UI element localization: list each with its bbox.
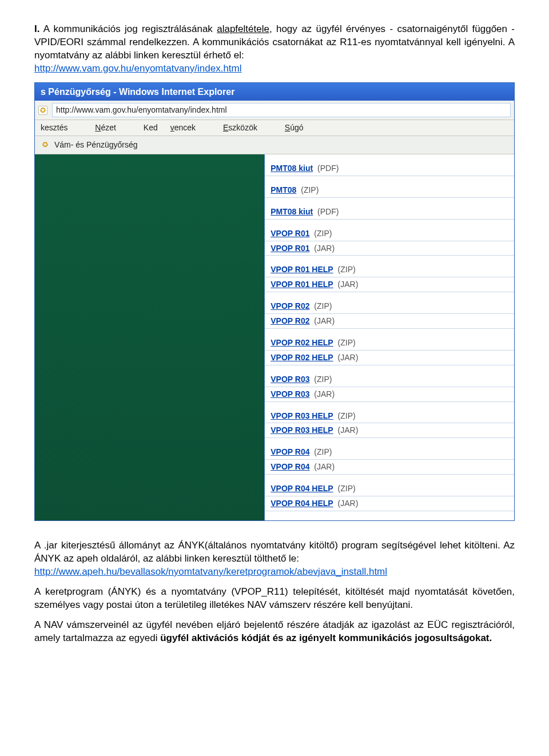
file-link[interactable]: VPOP R02 HELP: [270, 338, 333, 347]
list-gap: [265, 438, 514, 445]
file-list-item[interactable]: VPOP R03 (JAR): [265, 387, 514, 402]
menu-edit[interactable]: kesztés: [41, 123, 80, 132]
file-link[interactable]: VPOP R02: [270, 316, 309, 325]
address-bar-row: ✪ http://www.vam.gov.hu/enyomtatvany/ind…: [35, 101, 514, 120]
tab-favicon-icon: ✪: [41, 141, 50, 150]
menu-bar: kesztés Nézet Kedvencek Eszközök Súgó: [35, 120, 514, 136]
menu-tools[interactable]: Eszközök: [223, 123, 270, 132]
file-format-label: (ZIP): [336, 265, 356, 274]
file-list-item[interactable]: VPOP R02 (JAR): [265, 314, 514, 329]
file-list-item[interactable]: VPOP R11 (ZIP): [265, 518, 514, 520]
file-format-label: (JAR): [336, 499, 359, 508]
menu-help[interactable]: Súgó: [285, 123, 316, 132]
file-list-item[interactable]: VPOP R03 HELP (JAR): [265, 423, 514, 438]
window-titlebar: s Pénzügyőrség - Windows Internet Explor…: [35, 83, 514, 101]
file-list-item[interactable]: VPOP R01 (ZIP): [265, 226, 514, 241]
file-link[interactable]: VPOP R01: [270, 229, 309, 238]
list-gap: [265, 329, 514, 336]
para2-link[interactable]: http://www.apeh.hu/bevallasok/nyomtatvan…: [34, 566, 387, 577]
file-list: PMT08 kiut (PDF)PMT08 (ZIP)PMT08 kiut (P…: [265, 161, 514, 520]
file-link[interactable]: VPOP R04 HELP: [270, 499, 333, 508]
file-link[interactable]: VPOP R02 HELP: [270, 353, 333, 362]
file-format-label: (JAR): [336, 280, 359, 289]
file-link[interactable]: PMT08 kiut: [270, 207, 313, 216]
browser-window: s Pénzügyőrség - Windows Internet Explor…: [34, 82, 515, 521]
file-list-item[interactable]: PMT08 (ZIP): [265, 183, 514, 198]
file-list-item[interactable]: PMT08 kiut (PDF): [265, 161, 514, 176]
para4-emph: ügyfél aktivációs kódját és az igényelt …: [160, 632, 492, 643]
file-list-item[interactable]: VPOP R04 HELP (ZIP): [265, 482, 514, 496]
file-list-item[interactable]: VPOP R01 HELP (ZIP): [265, 262, 514, 277]
file-list-item[interactable]: VPOP R03 HELP (ZIP): [265, 409, 514, 424]
file-link[interactable]: VPOP R03: [270, 389, 309, 399]
file-link[interactable]: VPOP R01 HELP: [270, 280, 333, 289]
file-link[interactable]: VPOP R04: [270, 447, 309, 456]
file-format-label: (JAR): [336, 353, 359, 362]
file-format-label: (JAR): [312, 244, 335, 253]
list-gap: [265, 365, 514, 372]
list-gap: [265, 292, 514, 299]
file-format-label: (ZIP): [336, 484, 356, 493]
menu-view[interactable]: Nézet: [95, 123, 129, 132]
file-format-label: (ZIP): [312, 301, 332, 311]
file-link[interactable]: VPOP R02: [270, 301, 309, 311]
list-gap: [265, 475, 514, 482]
file-list-item[interactable]: VPOP R04 HELP (JAR): [265, 496, 514, 511]
doc-para-4: A NAV vámszerveinél az ügyfél nevében el…: [34, 619, 515, 645]
section-number: I.: [34, 23, 39, 34]
file-format-label: (PDF): [315, 164, 339, 173]
file-link[interactable]: VPOP R03 HELP: [270, 411, 333, 420]
file-format-label: (ZIP): [336, 338, 356, 347]
doc-para-2: A .jar kiterjesztésű állományt az ÁNYK(á…: [34, 539, 515, 579]
file-list-panel: PMT08 kiut (PDF)PMT08 (ZIP)PMT08 kiut (P…: [265, 154, 514, 520]
file-link[interactable]: VPOP R01 HELP: [270, 265, 333, 274]
file-list-item[interactable]: PMT08 kiut (PDF): [265, 205, 514, 220]
file-format-label: (JAR): [312, 462, 335, 471]
list-gap: [265, 402, 514, 409]
doc-para-1: I. A kommunikációs jog regisztrálásának …: [34, 23, 515, 75]
file-link[interactable]: VPOP R03: [270, 375, 309, 384]
window-title: s Pénzügyőrség - Windows Internet Explor…: [41, 87, 234, 97]
file-format-label: (ZIP): [312, 229, 332, 238]
page-content: PMT08 kiut (PDF)PMT08 (ZIP)PMT08 kiut (P…: [35, 154, 514, 520]
para1-emph: alapfeltétele: [217, 23, 269, 34]
list-gap: [265, 176, 514, 183]
file-format-label: (JAR): [312, 316, 335, 325]
doc-para-3: A keretprogram (ÁNYK) és a nyomtatvány (…: [34, 586, 515, 612]
file-list-item[interactable]: VPOP R04 (JAR): [265, 460, 514, 475]
list-gap: [265, 511, 514, 518]
file-list-item[interactable]: VPOP R02 HELP (ZIP): [265, 336, 514, 351]
file-format-label: (ZIP): [336, 411, 356, 420]
file-list-item[interactable]: VPOP R02 HELP (JAR): [265, 351, 514, 365]
tab-row: ✪ Vám- és Pénzügyőrség: [35, 136, 514, 154]
file-link[interactable]: VPOP R03 HELP: [270, 425, 333, 435]
list-gap: [265, 256, 514, 262]
file-format-label: (JAR): [312, 389, 335, 399]
file-list-item[interactable]: VPOP R01 HELP (JAR): [265, 277, 514, 292]
file-link[interactable]: VPOP R04 HELP: [270, 484, 333, 493]
list-gap: [265, 220, 514, 226]
file-list-item[interactable]: VPOP R04 (ZIP): [265, 445, 514, 460]
file-link[interactable]: VPOP R01: [270, 244, 309, 253]
file-format-label: (PDF): [315, 207, 339, 216]
file-list-item[interactable]: VPOP R03 (ZIP): [265, 372, 514, 387]
left-sidebar-panel: [35, 154, 265, 520]
file-list-item[interactable]: VPOP R01 (JAR): [265, 241, 514, 256]
file-format-label: (JAR): [336, 425, 359, 435]
para1-link[interactable]: http://www.vam.gov.hu/enyomtatvany/index…: [34, 63, 242, 74]
address-field[interactable]: http://www.vam.gov.hu/enyomtatvany/index…: [52, 103, 511, 117]
file-link[interactable]: VPOP R04: [270, 462, 309, 471]
menu-favorites[interactable]: Kedvencek: [144, 123, 208, 132]
page-favicon-icon: ✪: [38, 106, 47, 115]
file-format-label: (ZIP): [312, 375, 332, 384]
file-format-label: (ZIP): [299, 185, 319, 194]
file-link[interactable]: PMT08 kiut: [270, 164, 313, 173]
para2-text: A .jar kiterjesztésű állományt az ÁNYK(á…: [34, 540, 515, 564]
para1-pre: A kommunikációs jog regisztrálásának: [43, 23, 217, 34]
file-list-item[interactable]: VPOP R02 (ZIP): [265, 299, 514, 314]
list-gap: [265, 198, 514, 205]
tab-label[interactable]: Vám- és Pénzügyőrség: [54, 140, 138, 150]
file-format-label: (ZIP): [312, 447, 332, 456]
file-link[interactable]: PMT08: [270, 185, 296, 194]
